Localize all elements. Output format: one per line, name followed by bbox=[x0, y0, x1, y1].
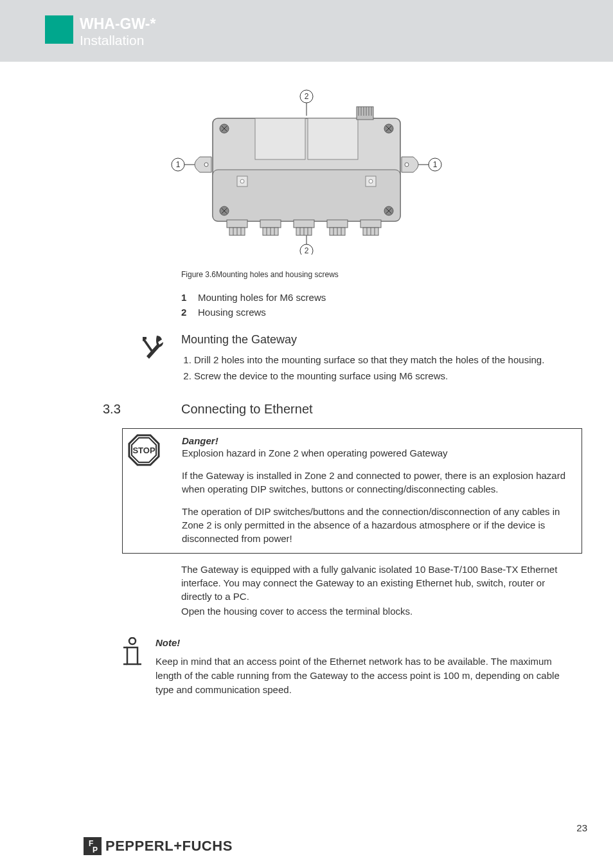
note-text: Keep in mind that an access point of the… bbox=[155, 655, 577, 696]
mounting-block: Mounting the Gateway Drill 2 holes into … bbox=[26, 333, 587, 386]
page-number: 23 bbox=[576, 822, 587, 833]
step-item: Screw the device to the mounting surface… bbox=[194, 370, 587, 381]
stop-label: STOP bbox=[132, 446, 155, 455]
svg-rect-42 bbox=[260, 220, 281, 228]
callout-top: 2 bbox=[305, 92, 309, 101]
step-item: Drill 2 holes into the mounting surface … bbox=[194, 354, 587, 365]
legend-num: 2 bbox=[181, 307, 198, 318]
danger-title: Danger! bbox=[182, 435, 575, 446]
stop-icon: STOP bbox=[127, 433, 161, 469]
svg-point-64 bbox=[129, 638, 136, 644]
callout-bottom: 2 bbox=[305, 246, 309, 255]
section-number: 3.3 bbox=[103, 402, 181, 417]
pf-logo-icon: F P bbox=[84, 837, 102, 855]
svg-rect-47 bbox=[294, 220, 314, 228]
page-header: WHA-GW-* Installation bbox=[0, 0, 613, 62]
page-footer: F P PEPPERL+FUCHS bbox=[0, 837, 613, 855]
chapter-name: Installation bbox=[80, 33, 155, 48]
brand-logo: F P PEPPERL+FUCHS bbox=[84, 837, 233, 855]
danger-subtitle: Explosion hazard in Zone 2 when operatin… bbox=[182, 446, 575, 460]
gateway-mounting-diagram: 2 2 1 1 bbox=[159, 87, 454, 255]
header-accent-square bbox=[45, 15, 73, 44]
svg-rect-65 bbox=[127, 647, 138, 664]
body-paragraph: The Gateway is equipped with a fully gal… bbox=[181, 563, 577, 603]
tools-icon bbox=[122, 333, 181, 361]
svg-rect-13 bbox=[308, 118, 358, 159]
svg-rect-12 bbox=[255, 118, 305, 159]
legend-item: 1 Mounting holes for M6 screws bbox=[181, 292, 587, 303]
note-title: Note! bbox=[155, 637, 587, 648]
note-block: Note! Keep in mind that an access point … bbox=[26, 637, 587, 696]
svg-point-9 bbox=[405, 163, 409, 167]
legend-num: 1 bbox=[181, 292, 198, 303]
figure-diagram: 2 2 1 1 bbox=[26, 87, 587, 257]
note-icon bbox=[96, 637, 155, 668]
callout-left: 1 bbox=[176, 160, 181, 169]
header-text-block: WHA-GW-* Installation bbox=[80, 15, 155, 48]
mounting-steps: Drill 2 holes into the mounting surface … bbox=[181, 354, 587, 381]
figure-legend: 1 Mounting holes for M6 screws 2 Housing… bbox=[181, 292, 587, 318]
svg-point-29 bbox=[369, 179, 373, 183]
svg-point-27 bbox=[240, 179, 244, 183]
figure-caption: Figure 3.6Mounting holes and housing scr… bbox=[181, 270, 587, 279]
svg-point-8 bbox=[204, 163, 208, 167]
section-heading-row: 3.3 Connecting to Ethernet bbox=[26, 402, 587, 417]
svg-rect-57 bbox=[360, 220, 381, 228]
legend-text: Housing screws bbox=[198, 307, 266, 318]
svg-rect-30 bbox=[357, 107, 373, 120]
callout-right: 1 bbox=[433, 160, 438, 169]
danger-paragraph: The operation of DIP switches/buttons an… bbox=[182, 505, 575, 545]
body-paragraph: Open the housing cover to access the ter… bbox=[181, 604, 577, 618]
danger-box: STOP Danger! Explosion hazard in Zone 2 … bbox=[122, 428, 582, 554]
danger-paragraph: If the Gateway is installed in Zone 2 an… bbox=[182, 469, 575, 496]
mounting-heading: Mounting the Gateway bbox=[181, 333, 587, 347]
legend-text: Mounting holes for M6 screws bbox=[198, 292, 326, 303]
section-title: Connecting to Ethernet bbox=[181, 402, 313, 417]
legend-item: 2 Housing screws bbox=[181, 307, 587, 318]
brand-name: PEPPERL+FUCHS bbox=[105, 838, 233, 854]
page-content: 2 2 1 1 bbox=[0, 62, 613, 696]
product-code: WHA-GW-* bbox=[80, 15, 155, 33]
svg-rect-52 bbox=[327, 220, 348, 228]
svg-rect-37 bbox=[227, 220, 247, 228]
svg-text:P: P bbox=[93, 845, 98, 854]
